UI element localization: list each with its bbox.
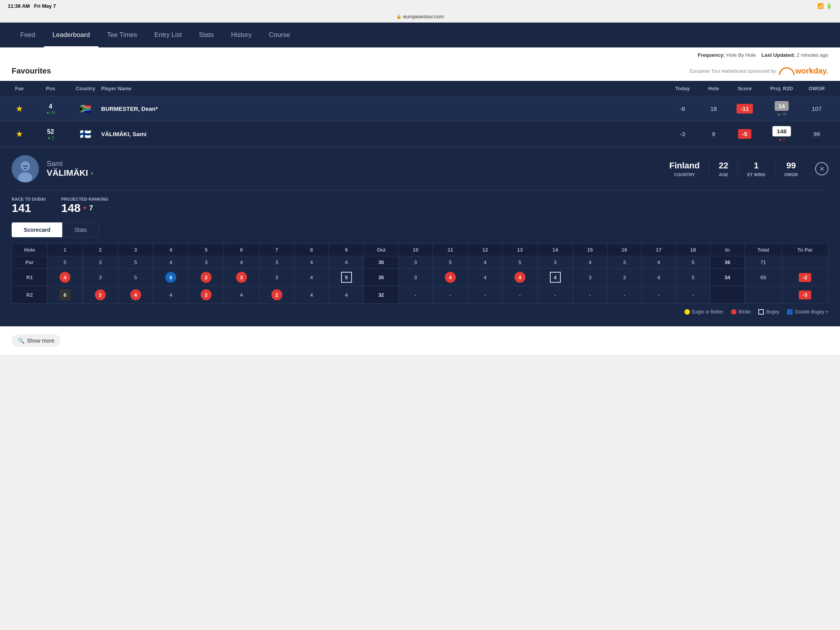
favourites-title: Favourites	[12, 66, 51, 75]
svg-point-4	[26, 165, 27, 167]
nav-entry-list[interactable]: Entry List	[146, 23, 191, 47]
wifi-icon: 📶	[817, 3, 824, 9]
nav-stats[interactable]: Stats	[191, 23, 223, 47]
race-section: RACE TO DUBAI 141 PROJECTED RANKING 148 …	[12, 191, 828, 215]
scorecard-header-row: Hole 1 2 3 4 5 6 7 8 9 Out 10 11 12	[12, 244, 828, 256]
race-to-dubai: RACE TO DUBAI 141	[12, 197, 46, 215]
projected-ranking-value: 148 ▼ 7	[61, 201, 108, 215]
player-avatar	[12, 155, 39, 182]
country-valimaki: 🇫🇮	[70, 129, 101, 140]
sc-15: 15	[573, 244, 607, 256]
bogey-symbol	[758, 309, 764, 315]
nav-course[interactable]: Course	[260, 23, 299, 47]
col-today: Today	[665, 86, 700, 91]
nav-tee-times[interactable]: Tee Times	[98, 23, 145, 47]
r1-label: R1	[12, 269, 47, 286]
player-last-name[interactable]: VÄLIMÄKI ›	[47, 168, 652, 178]
stat-et-wins: 1 ET WINS	[738, 161, 775, 177]
suggestion-pill[interactable]: 🔍 Show more	[12, 334, 61, 347]
status-time: 11:36 AM Fri May 7	[8, 3, 56, 9]
workday-logo: workday.	[779, 66, 828, 75]
par-row: Par 5 3 5 4 3 4 3 4 4 35 3 5 4 5	[12, 256, 828, 269]
hole-valimaki: 9	[700, 131, 727, 137]
legend-eagle: Eagle or Better	[684, 309, 723, 315]
fav-star-valimaki[interactable]: ★	[8, 129, 31, 139]
player-first-name: Sami	[47, 160, 652, 168]
proj-down-arrow: ▼	[82, 205, 88, 211]
owgr-valimaki: 99	[801, 131, 832, 137]
leaderboard-header: Fav Pos Country Player Name Today Hole S…	[0, 81, 840, 96]
sc-3: 3	[118, 244, 153, 256]
race-to-dubai-value: 141	[12, 201, 46, 215]
frequency-label: Frequency:	[698, 52, 725, 58]
suggestion-bar: 🔍 Show more	[0, 326, 840, 355]
sc-16: 16	[607, 244, 641, 256]
name-burmester: BURMESTER, Dean*	[101, 105, 665, 112]
r2-row: R2 6 2 4 4 2 4 2 4 4 32 - - - -	[12, 286, 828, 304]
sc-8: 8	[294, 244, 329, 256]
status-icons: 📶 🔋	[817, 3, 832, 9]
col-fav: Fav	[8, 86, 31, 91]
col-country: Country	[70, 86, 101, 91]
fav-star-burmester[interactable]: ★	[8, 104, 31, 114]
proj-burmester: 14 ▲+4	[762, 101, 801, 116]
col-pos: Pos	[31, 86, 70, 91]
frequency-value: Hole By Hole	[726, 52, 756, 58]
nav-leaderboard[interactable]: Leaderboard	[44, 23, 98, 47]
nav-history[interactable]: History	[222, 23, 260, 47]
sc-total: Total	[745, 244, 782, 256]
suggestion-text: Show more	[27, 338, 54, 344]
url-bar: 🔒 europeantour.com	[0, 12, 840, 23]
col-score: Score	[727, 86, 762, 91]
svg-point-1	[21, 161, 30, 171]
sc-14: 14	[537, 244, 573, 256]
sc-10: 10	[398, 244, 432, 256]
player-detail-panel: Sami VÄLIMÄKI › Finland COUNTRY 22 AGE	[0, 147, 840, 326]
tab-stats[interactable]: Stats	[62, 222, 99, 237]
sc-topar: To Par	[782, 244, 828, 256]
battery-icon: 🔋	[826, 3, 832, 9]
table-row[interactable]: ★ 52 ▲2 🇫🇮 VÄLIMÄKI, Sami -3 9 -5 148 ▼7…	[0, 121, 840, 147]
svg-point-3	[23, 165, 25, 167]
eagle-symbol	[684, 309, 690, 315]
proj-valimaki: 148 ▼7	[762, 126, 801, 142]
par-label: Par	[12, 256, 47, 269]
score-burmester: -11	[727, 104, 762, 114]
table-row[interactable]: ★ 4 ▲34 🇿🇦 BURMESTER, Dean* -8 18 -11 14…	[0, 96, 840, 121]
stat-age: 22 AGE	[709, 161, 737, 177]
birdie-symbol	[731, 309, 737, 315]
sc-18: 18	[676, 244, 710, 256]
stat-country: Finland COUNTRY	[660, 161, 709, 177]
r1-row: R1 4 3 5 6 2 3 3 4 5 35 3 4 4 4	[12, 269, 828, 286]
sc-11: 11	[433, 244, 468, 256]
chevron-right-icon: ›	[91, 170, 93, 177]
status-bar: 11:36 AM Fri May 7 📶 🔋	[0, 0, 840, 12]
legend-bogey: Bogey	[758, 309, 779, 315]
workday-arc	[779, 67, 794, 75]
col-player-name: Player Name	[101, 86, 665, 91]
nav-bar: Feed Leaderboard Tee Times Entry List St…	[0, 23, 840, 47]
pos-valimaki: 52 ▲2	[31, 128, 70, 140]
last-updated-label: Last Updated:	[761, 52, 795, 58]
sc-out: Out	[364, 244, 398, 256]
lock-icon: 🔒	[396, 14, 402, 19]
projected-ranking: PROJECTED RANKING 148 ▼ 7	[61, 197, 108, 215]
workday-name: workday.	[795, 66, 828, 75]
today-burmester: -8	[665, 105, 700, 112]
nav-feed[interactable]: Feed	[12, 23, 44, 47]
legend-birdie: Birdie	[731, 309, 751, 315]
sc-17: 17	[642, 244, 676, 256]
sc-4: 4	[153, 244, 189, 256]
close-detail-button[interactable]: ✕	[815, 162, 828, 175]
scorecard-table: Hole 1 2 3 4 5 6 7 8 9 Out 10 11 12	[12, 243, 828, 304]
sc-12: 12	[468, 244, 502, 256]
tab-scorecard[interactable]: Scorecard	[12, 222, 62, 237]
leaderboard: Fav Pos Country Player Name Today Hole S…	[0, 81, 840, 326]
pos-burmester: 4 ▲34	[31, 103, 70, 115]
owgr-burmester: 107	[801, 105, 832, 112]
country-burmester: 🇿🇦	[70, 103, 101, 114]
main-content: Frequency: Hole By Hole Last Updated: 2 …	[0, 47, 840, 355]
sponsor: European Tour leaderboard sponsored by w…	[690, 66, 829, 75]
player-stats: Finland COUNTRY 22 AGE 1 ET WINS 99 OWGR	[660, 161, 807, 177]
sc-5: 5	[189, 244, 224, 256]
